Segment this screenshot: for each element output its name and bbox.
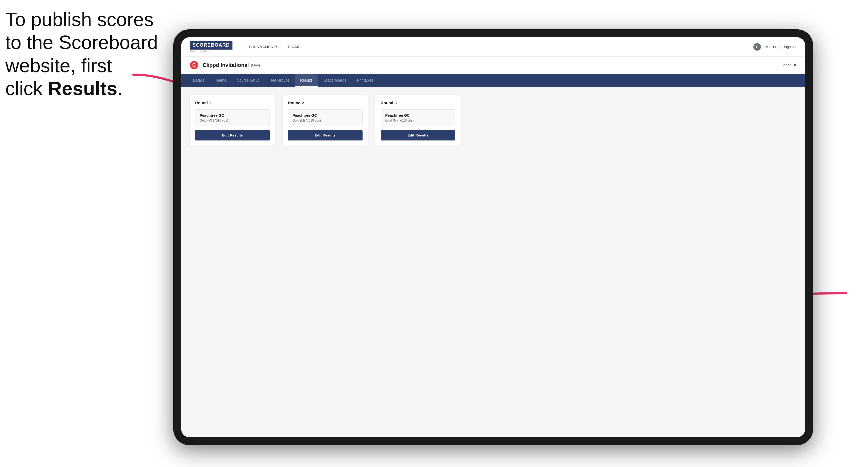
round-1-course-details: Gold (M) (7010 yds): [200, 119, 265, 122]
user-avatar: U: [753, 43, 761, 51]
logo-subtitle: Powered by clippd: [190, 50, 232, 53]
rounds-grid: Round 1 Peachtree GC Gold (M) (7010 yds)…: [190, 95, 797, 146]
logo: SCOREBOARD: [190, 41, 232, 50]
top-nav-right: U Test User | Sign out: [753, 43, 797, 51]
round-3-course-details: Gold (M) (7010 yds): [385, 119, 451, 122]
nav-teams[interactable]: TEAMS: [287, 45, 301, 49]
round-2-edit-results-button[interactable]: Edit Results: [288, 130, 363, 141]
tab-leaderboards[interactable]: Leaderboards: [318, 74, 352, 87]
tablet-device: SCOREBOARD Powered by clippd TOURNAMENTS…: [173, 29, 813, 445]
tab-teams[interactable]: Teams: [210, 74, 231, 87]
round-2-course-name: Peachtree GC: [292, 113, 358, 118]
round-2-title: Round 2: [288, 100, 363, 105]
round-1-course-card: Peachtree GC Gold (M) (7010 yds): [195, 109, 270, 126]
cancel-button[interactable]: Cancel ✕: [781, 63, 797, 67]
round-1-edit-results-button[interactable]: Edit Results: [195, 130, 270, 141]
round-1-title: Round 1: [195, 100, 270, 105]
round-3-card: Round 3 Peachtree GC Gold (M) (7010 yds)…: [375, 95, 461, 146]
tournament-icon: C: [190, 61, 198, 69]
left-annotation: To publish scores to the Scoreboard webs…: [5, 8, 160, 100]
logo-area: SCOREBOARD Powered by clippd: [190, 41, 232, 53]
round-2-card: Round 2 Peachtree GC Gold (M) (7010 yds)…: [283, 95, 368, 146]
top-navigation: SCOREBOARD Powered by clippd TOURNAMENTS…: [181, 37, 805, 57]
main-content: Round 1 Peachtree GC Gold (M) (7010 yds)…: [181, 87, 805, 437]
tournament-status: (Men): [251, 63, 260, 67]
tab-course-setup[interactable]: Course Setup: [231, 74, 265, 87]
tablet-screen: SCOREBOARD Powered by clippd TOURNAMENTS…: [181, 37, 805, 437]
tournament-title: Clippd Invitational: [203, 62, 249, 68]
round-3-course-card: Peachtree GC Gold (M) (7010 yds): [381, 109, 455, 126]
round-2-course-card: Peachtree GC Gold (M) (7010 yds): [288, 109, 363, 126]
tournament-header: C Clippd Invitational (Men) Cancel ✕: [181, 57, 805, 74]
nav-tournaments[interactable]: TOURNAMENTS: [248, 45, 279, 49]
tab-printables[interactable]: Printables: [352, 74, 379, 87]
round-2-course-details: Gold (M) (7010 yds): [292, 119, 358, 122]
tab-navigation: Details Teams Course Setup Tee Groups Re…: [181, 74, 805, 87]
tab-details[interactable]: Details: [188, 74, 210, 87]
round-3-title: Round 3: [381, 100, 455, 105]
tab-tee-groups[interactable]: Tee Groups: [265, 74, 295, 87]
round-1-card: Round 1 Peachtree GC Gold (M) (7010 yds)…: [190, 95, 275, 146]
sign-out-link[interactable]: Sign out: [784, 45, 797, 49]
nav-links: TOURNAMENTS TEAMS: [248, 45, 301, 49]
round-1-course-name: Peachtree GC: [200, 113, 265, 118]
tab-results[interactable]: Results: [295, 74, 318, 87]
round-3-edit-results-button[interactable]: Edit Results: [381, 130, 455, 141]
user-label: Test User |: [764, 45, 781, 49]
round-3-course-name: Peachtree GC: [385, 113, 451, 118]
